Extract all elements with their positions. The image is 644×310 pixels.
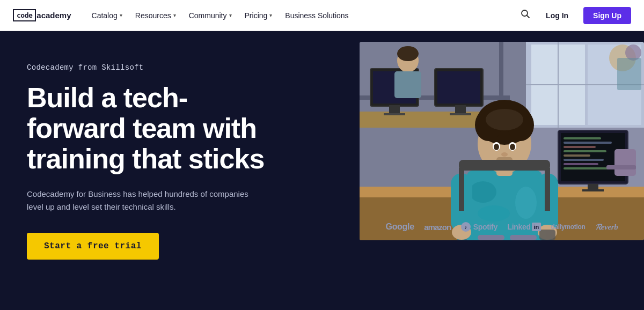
nav-business-solutions[interactable]: Business Solutions xyxy=(280,8,354,23)
svg-rect-65 xyxy=(510,235,537,240)
svg-rect-33 xyxy=(564,163,598,165)
svg-point-62 xyxy=(501,152,508,157)
linkedin-logo: Linked in xyxy=(507,223,541,231)
svg-rect-29 xyxy=(564,146,596,148)
chevron-down-icon: ▾ xyxy=(120,12,122,18)
svg-rect-19 xyxy=(450,113,471,115)
start-trial-button[interactable]: Start a free trial xyxy=(27,233,159,260)
office-scene-svg xyxy=(360,42,644,240)
spotify-logo: ♪ Spotify xyxy=(461,222,497,232)
svg-rect-67 xyxy=(459,168,464,211)
chevron-down-icon: ▾ xyxy=(229,12,232,18)
svg-rect-30 xyxy=(564,150,606,152)
logo[interactable]: code academy xyxy=(13,9,71,21)
hero-subtitle: Codecademy from Skillsoft xyxy=(27,63,268,72)
svg-rect-34 xyxy=(564,167,609,169)
spotify-icon: ♪ xyxy=(461,222,471,232)
brand-logos-section: Google amazon ♪ Spotify Linked in dailym… xyxy=(360,222,644,232)
svg-rect-68 xyxy=(545,168,550,211)
svg-rect-64 xyxy=(478,235,504,240)
hero-right: Google amazon ♪ Spotify Linked in dailym… xyxy=(295,31,644,310)
nav-community[interactable]: Community ▾ xyxy=(184,8,237,23)
amazon-logo: amazon xyxy=(424,223,451,232)
svg-point-44 xyxy=(470,181,496,203)
login-button[interactable]: Log In xyxy=(539,8,575,23)
svg-rect-66 xyxy=(459,160,550,171)
svg-rect-38 xyxy=(606,165,636,169)
chevron-down-icon: ▾ xyxy=(269,12,272,18)
svg-point-60 xyxy=(494,144,499,150)
svg-point-46 xyxy=(478,205,510,222)
signup-button[interactable]: Sign Up xyxy=(583,7,631,24)
svg-rect-14 xyxy=(389,105,400,113)
svg-point-61 xyxy=(510,144,515,150)
hero-left: Codecademy from Skillsoft Build a tech-f… xyxy=(0,31,295,310)
hero-section: Codecademy from Skillsoft Build a tech-f… xyxy=(0,31,644,310)
svg-rect-36 xyxy=(582,189,604,191)
chevron-down-icon: ▾ xyxy=(173,12,176,18)
svg-point-57 xyxy=(486,109,523,130)
logo-code: code xyxy=(13,9,36,21)
dailymotion-logo: dailymotion xyxy=(551,223,585,231)
svg-rect-35 xyxy=(588,184,598,189)
svg-rect-37 xyxy=(614,149,636,176)
nav-catalog[interactable]: Catalog ▾ xyxy=(86,8,128,23)
nav-pricing[interactable]: Pricing ▾ xyxy=(239,8,278,23)
logo-academy: academy xyxy=(36,11,71,20)
svg-rect-31 xyxy=(564,154,590,157)
search-icon[interactable] xyxy=(520,9,531,22)
svg-rect-28 xyxy=(564,142,612,144)
svg-rect-41 xyxy=(617,58,641,90)
nav-resources[interactable]: Resources ▾ xyxy=(130,8,181,23)
google-logo: Google xyxy=(385,222,414,232)
nav-right: Log In Sign Up xyxy=(520,7,631,24)
navbar: code academy Catalog ▾ Resources ▾ Commu… xyxy=(0,0,644,31)
hero-title: Build a tech-forward team with training … xyxy=(27,83,268,175)
svg-rect-17 xyxy=(437,71,480,104)
svg-point-21 xyxy=(397,46,419,61)
hero-image: Google amazon ♪ Spotify Linked in dailym… xyxy=(360,42,644,240)
hero-description: Codecademy for Business has helped hundr… xyxy=(27,188,252,213)
linkedin-in-icon: in xyxy=(532,223,541,231)
reverb-logo: 𝓡everb xyxy=(595,223,618,232)
nav-links: Catalog ▾ Resources ▾ Community ▾ Pricin… xyxy=(86,8,521,23)
svg-line-1 xyxy=(527,16,530,18)
svg-rect-18 xyxy=(455,105,466,113)
svg-point-45 xyxy=(515,187,537,219)
svg-rect-15 xyxy=(384,113,405,115)
svg-rect-27 xyxy=(564,137,601,139)
svg-rect-22 xyxy=(394,71,421,98)
svg-rect-32 xyxy=(564,159,604,161)
